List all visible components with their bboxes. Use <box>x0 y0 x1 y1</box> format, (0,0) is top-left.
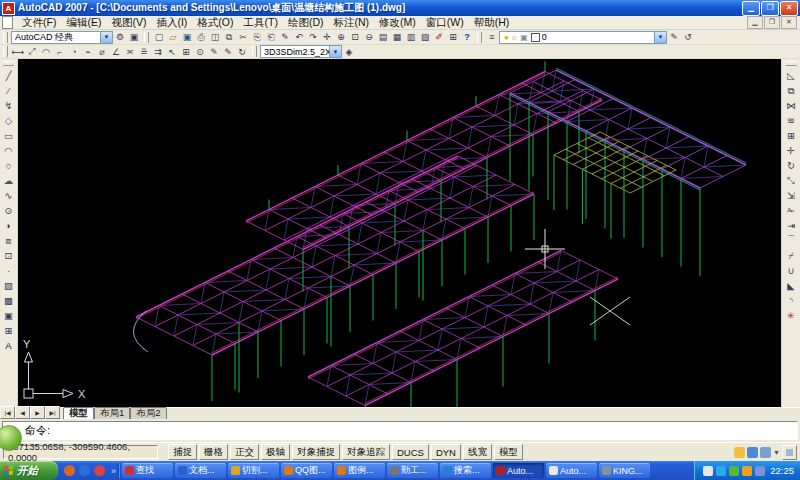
chevron-down-icon[interactable]: ▼ <box>654 32 666 43</box>
insert-block-icon[interactable]: ⧈ <box>1 233 16 248</box>
table-icon[interactable]: ⊞ <box>1 323 16 338</box>
restore-button[interactable]: ❐ <box>761 1 779 16</box>
zoom-realtime-icon[interactable]: ⊕ <box>334 31 348 44</box>
plot-icon[interactable]: ⎙ <box>194 31 208 44</box>
zoom-window-icon[interactable]: ⊡ <box>348 31 362 44</box>
chevron-down-icon[interactable]: ▼ <box>100 32 112 43</box>
taskbar-task-4[interactable]: 图例... <box>334 463 385 478</box>
status-toggle-0[interactable]: 捕捉 <box>168 444 197 460</box>
matchprop-icon[interactable]: ✎ <box>278 31 292 44</box>
move-icon[interactable]: ✛ <box>784 143 799 158</box>
tray-qq-icon[interactable] <box>742 466 752 476</box>
preview-icon[interactable]: ◫ <box>208 31 222 44</box>
markup-icon[interactable]: ✐ <box>432 31 446 44</box>
scale-icon[interactable]: ⤡ <box>784 173 799 188</box>
point-icon[interactable]: · <box>1 263 16 278</box>
circle-icon[interactable]: ○ <box>1 158 16 173</box>
dim-tolerance-icon[interactable]: ⊞ <box>179 45 193 58</box>
menu-item-10[interactable]: 帮助(H) <box>469 16 515 30</box>
internet-icon[interactable] <box>79 465 90 476</box>
taskbar-task-7[interactable]: Auto... <box>493 463 544 478</box>
redo-icon[interactable]: ↷ <box>306 31 320 44</box>
tab-nav-first[interactable]: |◀ <box>0 406 15 419</box>
drawing-canvas[interactable]: Y X <box>18 59 781 407</box>
clean-screen-button[interactable] <box>782 445 797 460</box>
rectangle-icon[interactable]: ▭ <box>1 128 16 143</box>
dim-edit-icon[interactable]: ✎ <box>207 45 221 58</box>
menu-item-0[interactable]: 文件(F) <box>17 16 61 30</box>
ellipse-icon[interactable]: ⊙ <box>1 203 16 218</box>
tray-antivirus-icon[interactable] <box>729 466 739 476</box>
my-workspace-icon[interactable]: ▣ <box>127 31 141 44</box>
minimize-button[interactable]: ▁ <box>742 1 760 16</box>
quick-launch-chevron-icon[interactable]: » <box>111 466 116 476</box>
mdi-restore-button[interactable]: ❐ <box>764 16 780 29</box>
save-icon[interactable]: ▣ <box>180 31 194 44</box>
construction-line-icon[interactable]: ⁄ <box>1 83 16 98</box>
sheetset-icon[interactable]: ▧ <box>418 31 432 44</box>
offset-icon[interactable]: ≋ <box>784 113 799 128</box>
dim-linear-icon[interactable]: ⟷ <box>11 45 25 58</box>
erase-icon[interactable]: ◺ <box>784 68 799 83</box>
fillet-icon[interactable]: ◝ <box>784 293 799 308</box>
help-icon[interactable]: ? <box>460 31 474 44</box>
toolbar-grip[interactable] <box>3 46 8 57</box>
copy-object-icon[interactable]: ⧉ <box>784 83 799 98</box>
taskbar-task-2[interactable]: 切割... <box>228 463 279 478</box>
mirror-icon[interactable]: ⋈ <box>784 98 799 113</box>
menu-item-5[interactable]: 工具(T) <box>239 16 283 30</box>
trim-icon[interactable]: ✁ <box>784 203 799 218</box>
layer-manager-icon[interactable]: ≡ <box>485 31 499 44</box>
hatch-icon[interactable]: ▨ <box>1 278 16 293</box>
make-block-icon[interactable]: ⊡ <box>1 248 16 263</box>
communication-center-icon[interactable] <box>747 447 758 458</box>
tray-network-icon[interactable] <box>703 466 713 476</box>
open-icon[interactable]: ▱ <box>166 31 180 44</box>
menu-item-6[interactable]: 绘图(D) <box>283 16 329 30</box>
toolbar-grip[interactable] <box>252 46 257 57</box>
menu-item-1[interactable]: 编辑(E) <box>61 16 106 30</box>
tab-2[interactable]: 布局2 <box>130 407 166 419</box>
dim-jogged-icon[interactable]: ⌁ <box>81 45 95 58</box>
dim-arc-length-icon[interactable]: ◠ <box>39 45 53 58</box>
workspace-settings-icon[interactable]: ⚙ <box>113 31 127 44</box>
status-toggle-1[interactable]: 栅格 <box>199 444 228 460</box>
taskbar-task-9[interactable]: KING... <box>599 463 650 478</box>
tab-nav-last[interactable]: ▶| <box>45 406 60 419</box>
dim-quick-leader-icon[interactable]: ↖ <box>165 45 179 58</box>
status-update-icon[interactable] <box>760 447 771 458</box>
break-at-point-icon[interactable]: ⌒ <box>784 233 799 248</box>
gradient-icon[interactable]: ▩ <box>1 293 16 308</box>
new-icon[interactable]: ▢ <box>152 31 166 44</box>
start-button[interactable]: 开始 <box>0 461 58 480</box>
toolbar-grip[interactable] <box>786 61 797 66</box>
array-icon[interactable]: ⊞ <box>784 128 799 143</box>
coordinate-readout[interactable]: 387135.0658, -309590.4606, 0.0000 <box>3 445 158 459</box>
dim-center-mark-icon[interactable]: ⊙ <box>193 45 207 58</box>
dim-radius-icon[interactable]: ◔ <box>67 45 81 58</box>
media-player-icon[interactable] <box>94 465 105 476</box>
publish-icon[interactable]: ⧉ <box>222 31 236 44</box>
zoom-previous-icon[interactable]: ⊖ <box>362 31 376 44</box>
layer-combo[interactable]: ● ☼ ▣ 0 ▼ <box>499 31 667 44</box>
menu-item-9[interactable]: 窗口(W) <box>421 16 469 30</box>
cut-icon[interactable]: ✂ <box>236 31 250 44</box>
toolpalettes-icon[interactable]: ▥ <box>404 31 418 44</box>
show-desktop-icon[interactable] <box>64 465 75 476</box>
dim-continue-icon[interactable]: ⇉ <box>151 45 165 58</box>
menu-item-4[interactable]: 格式(O) <box>192 16 238 30</box>
polygon-icon[interactable]: ◇ <box>1 113 16 128</box>
status-toggle-7[interactable]: DYN <box>431 444 461 460</box>
status-toggle-4[interactable]: 对象捕捉 <box>292 444 340 460</box>
rotate-icon[interactable]: ↻ <box>784 158 799 173</box>
taskbar-task-5[interactable]: 勤工... <box>387 463 438 478</box>
region-icon[interactable]: ▣ <box>1 308 16 323</box>
toolbar-grip[interactable] <box>477 32 482 43</box>
taskbar-task-3[interactable]: QQ图... <box>281 463 332 478</box>
stretch-icon[interactable]: ⇲ <box>784 188 799 203</box>
tab-0[interactable]: 模型 <box>63 407 94 419</box>
properties-icon[interactable]: ▤ <box>376 31 390 44</box>
chamfer-icon[interactable]: ◣ <box>784 278 799 293</box>
tab-nav-prev[interactable]: ◀ <box>15 406 30 419</box>
dim-angular-icon[interactable]: ∠ <box>109 45 123 58</box>
